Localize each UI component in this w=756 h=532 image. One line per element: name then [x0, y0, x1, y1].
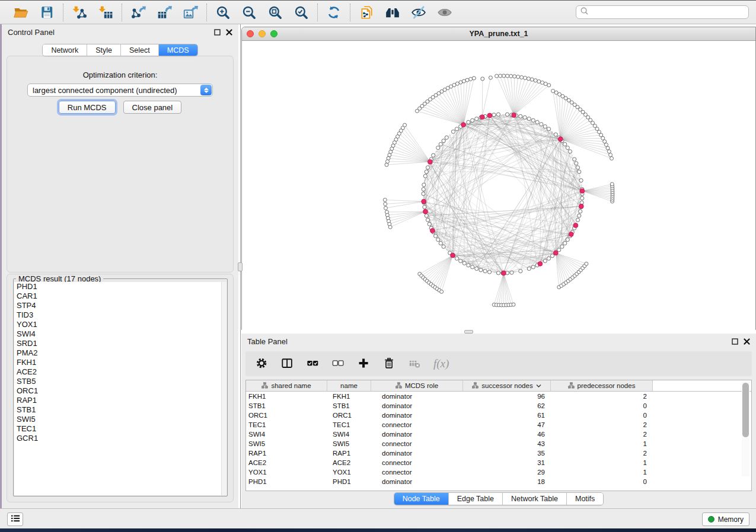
open-folder-icon[interactable] [12, 4, 29, 21]
result-node[interactable]: STB1 [14, 405, 227, 415]
cell-successor-nodes: 62 [463, 402, 551, 409]
mcds-result-list[interactable]: PHD1CAR1STP4TID3YOX1SWI4SRD1PMA2FKH1ACE2… [14, 282, 227, 495]
table-row[interactable]: ORC1ORC1dominator610 [246, 411, 751, 420]
cell-predecessor-nodes: 0 [551, 412, 653, 419]
cell-shared-name: FKH1 [246, 393, 327, 400]
result-node[interactable]: TEC1 [14, 424, 227, 434]
result-node[interactable]: PMA2 [14, 348, 227, 358]
table-row[interactable]: RAP1RAP1dominator352 [246, 448, 751, 458]
result-node[interactable]: TID3 [14, 310, 227, 320]
export-table-icon[interactable] [156, 4, 173, 21]
column-header-name[interactable]: name [327, 380, 371, 391]
tab-edge-table[interactable]: Edge Table [449, 493, 503, 505]
status-bar: Memory [0, 508, 756, 528]
result-node[interactable]: SWI5 [14, 415, 227, 424]
result-list-scrollbar[interactable] [221, 282, 227, 495]
cell-predecessor-nodes: 0 [551, 402, 653, 409]
table-row[interactable]: ACE2ACE2connector311 [246, 458, 751, 467]
refresh-icon[interactable] [326, 4, 342, 21]
mcds-result-card: MCDS result (17 nodes) PHD1CAR1STP4TID3Y… [7, 274, 234, 502]
table-row[interactable]: PHD1PHD1dominator180 [246, 477, 751, 486]
network-window-titlebar[interactable]: YPA_prune.txt_1 [242, 27, 755, 41]
search-network-icon[interactable] [384, 4, 401, 21]
float-panel-icon[interactable] [732, 338, 738, 345]
search-box[interactable] [576, 5, 749, 19]
import-table-icon[interactable] [97, 4, 114, 21]
tab-select[interactable]: Select [121, 44, 159, 56]
cell-successor-nodes: 18 [463, 478, 551, 485]
zoom-selected-icon[interactable] [293, 4, 310, 21]
table-row[interactable]: STB1STB1dominator620 [246, 401, 751, 411]
function-builder-icon: f(x) [433, 357, 449, 371]
cell-predecessor-nodes: 1 [551, 459, 653, 466]
column-header-successor-nodes[interactable]: successor nodes [463, 380, 551, 391]
scrollbar-thumb[interactable] [742, 383, 749, 437]
new-network-from-selection-icon[interactable] [358, 4, 375, 21]
column-header-shared-name[interactable]: shared name [246, 380, 327, 391]
selected-criterion: largest connected component (undirected) [28, 86, 200, 95]
float-panel-icon[interactable] [214, 29, 221, 36]
table-row[interactable]: SWI5SWI5connector431 [246, 439, 751, 448]
table-row[interactable]: TEC1TEC1connector472 [246, 420, 751, 430]
result-node[interactable]: CAR1 [14, 291, 227, 301]
zoom-fit-icon[interactable] [267, 4, 283, 21]
result-node[interactable]: SWI4 [14, 329, 227, 339]
search-input[interactable] [591, 8, 745, 17]
table-scrollbar[interactable] [742, 382, 749, 476]
optimization-criterion-label: Optimization criterion: [7, 70, 233, 79]
mcds-result-fieldset: MCDS result (17 nodes) PHD1CAR1STP4TID3Y… [13, 278, 228, 496]
run-mcds-button[interactable]: Run MCDS [59, 101, 116, 114]
task-history-button[interactable] [7, 512, 23, 526]
hide-selected-icon[interactable] [410, 4, 427, 21]
zoom-out-icon[interactable] [241, 4, 257, 21]
table-panel-tabs: Node TableEdge TableNetwork TableMotifs [241, 492, 756, 505]
add-column-icon[interactable] [357, 357, 371, 371]
result-node[interactable]: GCR1 [14, 434, 227, 443]
tab-node-table[interactable]: Node Table [394, 493, 449, 505]
column-header-predecessor-nodes[interactable]: predecessor nodes [551, 380, 653, 391]
result-node[interactable]: YOX1 [14, 320, 227, 329]
gear-icon[interactable] [255, 357, 269, 371]
import-network-icon[interactable] [71, 4, 88, 21]
tab-style[interactable]: Style [87, 44, 121, 56]
cell-MCDS-role: dominator [371, 431, 463, 438]
close-panel-icon[interactable] [744, 338, 750, 345]
memory-label: Memory [718, 515, 744, 524]
table-row[interactable]: FKH1FKH1dominator962 [246, 392, 751, 401]
splitter-grip[interactable] [238, 262, 243, 271]
optimization-criterion-select[interactable]: largest connected component (undirected) [27, 84, 213, 97]
close-panel-button[interactable]: Close panel [123, 101, 182, 114]
tab-network[interactable]: Network [43, 44, 87, 56]
zoom-in-icon[interactable] [215, 4, 231, 21]
result-node[interactable]: ORC1 [14, 386, 227, 396]
result-node[interactable]: PHD1 [14, 282, 227, 291]
export-network-icon[interactable] [130, 4, 146, 21]
table-row[interactable]: YOX1YOX1connector291 [246, 467, 751, 477]
table-row[interactable]: SWI4SWI4dominator462 [246, 430, 751, 439]
column-header-MCDS-role[interactable]: MCDS role [371, 380, 463, 391]
select-all-icon[interactable] [306, 357, 320, 371]
network-canvas[interactable] [242, 41, 755, 330]
delete-column-icon[interactable] [382, 357, 397, 371]
control-panel: Control Panel NetworkStyleSelectMCDS Opt… [2, 24, 238, 508]
result-node[interactable]: STP4 [14, 301, 227, 310]
tab-network-table[interactable]: Network Table [503, 493, 567, 505]
memory-button[interactable]: Memory [702, 512, 749, 526]
result-node[interactable]: FKH1 [14, 358, 227, 367]
split-columns-icon[interactable] [280, 357, 295, 371]
cell-name: TEC1 [327, 421, 371, 428]
save-icon[interactable] [39, 4, 55, 21]
cell-successor-nodes: 29 [463, 469, 551, 476]
tab-motifs[interactable]: Motifs [567, 493, 603, 505]
tab-mcds[interactable]: MCDS [159, 44, 197, 56]
result-node[interactable]: STB5 [14, 377, 227, 386]
cell-MCDS-role: dominator [371, 412, 463, 419]
network-graph[interactable] [242, 41, 755, 330]
result-node[interactable]: ACE2 [14, 367, 227, 377]
deselect-all-icon[interactable] [331, 357, 346, 371]
close-panel-icon[interactable] [226, 29, 232, 36]
result-node[interactable]: RAP1 [14, 396, 227, 405]
export-image-icon[interactable] [182, 4, 199, 21]
cell-successor-nodes: 47 [463, 421, 551, 428]
result-node[interactable]: SRD1 [14, 339, 227, 348]
